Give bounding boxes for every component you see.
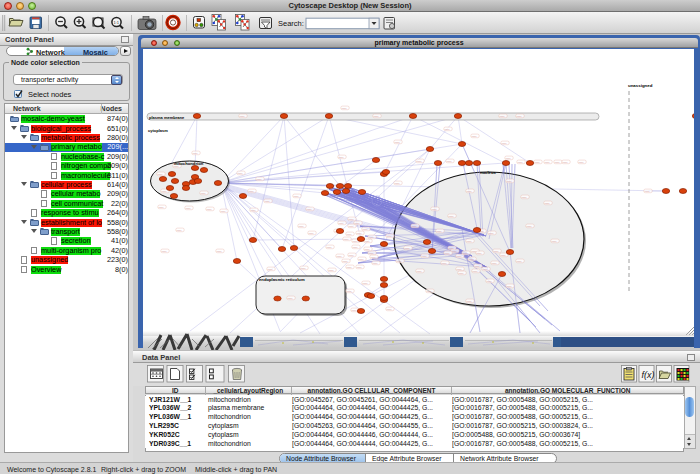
svg-text:f(x): f(x) [642,370,655,380]
svg-text:Search:: Search: [278,19,304,28]
svg-text:1:1: 1:1 [114,20,120,25]
